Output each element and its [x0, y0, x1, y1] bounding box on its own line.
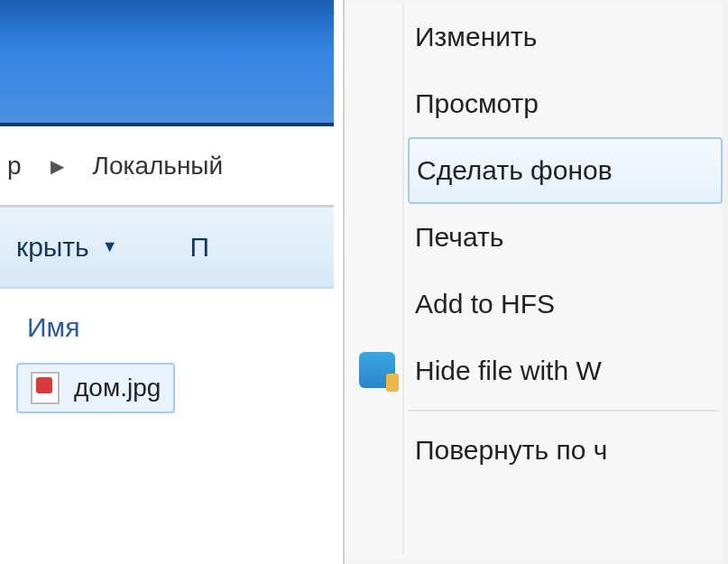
context-menu-item-label: Add to HFS: [415, 289, 555, 319]
context-menu-icon-column: [352, 4, 404, 554]
column-header-name[interactable]: Имя: [16, 289, 318, 363]
address-bar[interactable]: р ▶ Локальный: [0, 126, 334, 208]
breadcrumb-seg-1[interactable]: р: [7, 152, 22, 180]
folder-icon: [359, 352, 395, 388]
context-menu-item-label: Повернуть по ч: [415, 435, 607, 466]
dropdown-arrow-icon: ▼: [102, 237, 118, 256]
context-menu-item-label: Печать: [415, 222, 503, 253]
open-button[interactable]: крыть ▼: [7, 228, 127, 266]
context-menu-item-label: Hide file with W: [415, 356, 602, 386]
file-row[interactable]: дом.jpg: [16, 363, 175, 413]
context-menu-item-label: Изменить: [415, 22, 537, 52]
explorer-window: р ▶ Локальный крыть ▼ П Имя дом.jpg: [0, 0, 334, 564]
toolbar-button-2-label: П: [190, 232, 210, 263]
context-menu-separator: [408, 410, 719, 411]
toolbar-button-2[interactable]: П: [181, 228, 219, 266]
context-menu-item[interactable]: Сделать фонов: [408, 137, 723, 204]
context-menu-item-label: Сделать фонов: [417, 155, 613, 186]
explorer-toolbar: крыть ▼ П: [0, 208, 334, 289]
open-button-label: крыть: [16, 232, 89, 263]
breadcrumb-seg-2[interactable]: Локальный: [93, 152, 224, 180]
window-titlebar[interactable]: [0, 0, 334, 126]
breadcrumb-arrow-icon: ▶: [51, 155, 64, 177]
image-file-icon: [31, 372, 60, 404]
file-listing: Имя дом.jpg: [0, 289, 334, 413]
file-name-label: дом.jpg: [74, 374, 161, 402]
context-menu-item-label: Просмотр: [415, 88, 539, 119]
context-menu: ИзменитьПросмотрСделать фоновПечатьAdd t…: [343, 0, 728, 564]
